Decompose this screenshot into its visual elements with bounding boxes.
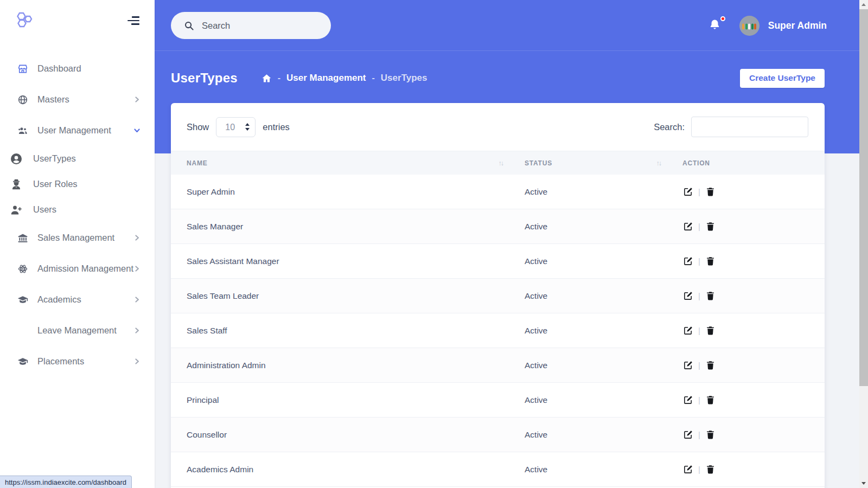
scrollbar-up-icon[interactable] (859, 0, 868, 9)
usertypes-card: Show 10 entries Search: NAME ↑↓ STATUS ↑… (171, 103, 825, 488)
show-label: Show (187, 122, 209, 132)
delete-icon[interactable] (705, 429, 716, 440)
sidebar-item-masters[interactable]: Masters (0, 84, 155, 115)
sidebar-item-leave-management[interactable]: Leave Management (0, 315, 155, 346)
table-row: Administration Admin Active | (171, 348, 825, 383)
row-actions: | (682, 186, 825, 197)
edit-icon[interactable] (682, 429, 694, 440)
sidebar-item-usertypes[interactable]: UserTypes (0, 146, 155, 171)
users-icon (17, 125, 28, 136)
topbar: Super Admin (155, 0, 859, 51)
store-icon (17, 63, 28, 74)
sidebar-item-label: Sales Management (37, 233, 114, 243)
sidebar-item-academics[interactable]: Academics (0, 284, 155, 315)
sidebar-item-label: UserTypes (33, 153, 76, 164)
action-separator: | (698, 222, 700, 231)
usertype-status: Active (525, 222, 682, 232)
delete-icon[interactable] (705, 394, 716, 406)
sort-icon: ↑↓ (656, 159, 661, 167)
sidebar-item-placements[interactable]: Placements (0, 346, 155, 377)
edit-icon[interactable] (682, 221, 694, 232)
sidebar-toggle-icon[interactable] (126, 16, 139, 25)
page-title: UserTypes (171, 70, 238, 86)
table-row: Sales Team Leader Active | (171, 279, 825, 313)
chevron-right-icon (133, 327, 141, 334)
entries-label: entries (263, 122, 290, 132)
brand-logo-icon[interactable] (15, 11, 37, 30)
notification-badge (720, 16, 725, 21)
sidebar: Dashboard Masters User Management UserTy… (0, 0, 155, 488)
action-separator: | (698, 256, 700, 266)
delete-icon[interactable] (705, 221, 716, 232)
action-separator: | (698, 361, 700, 370)
home-icon[interactable] (261, 73, 272, 84)
no-icon (17, 325, 28, 336)
bell-icon (709, 18, 721, 31)
sidebar-item-users[interactable]: Users (0, 197, 155, 222)
sidebar-item-dashboard[interactable]: Dashboard (0, 53, 155, 84)
table-search-input[interactable] (691, 117, 808, 137)
column-header-status[interactable]: STATUS ↑↓ (525, 151, 682, 175)
sidebar-item-user-roles[interactable]: User Roles (0, 171, 155, 197)
row-actions: | (682, 464, 825, 475)
chevron-right-icon (133, 358, 141, 365)
sidebar-item-label: Dashboard (37, 63, 81, 74)
global-search-input[interactable] (202, 21, 310, 31)
table-row: Counsellor Active | (171, 418, 825, 452)
notifications-button[interactable] (707, 17, 723, 34)
action-separator: | (698, 430, 700, 439)
delete-icon[interactable] (705, 359, 716, 371)
scrollbar-thumb[interactable] (859, 9, 868, 386)
create-usertype-button[interactable]: Create UserType (740, 69, 825, 88)
column-header-name[interactable]: NAME ↑↓ (171, 151, 525, 175)
user-plus-icon (10, 203, 23, 216)
sidebar-item-label: Academics (37, 294, 81, 305)
usertype-name: Sales Assistant Manager (171, 256, 525, 266)
usertypes-table-body: Super Admin Active | Sales Manager Activ… (171, 175, 825, 487)
sidebar-item-label: Leave Management (37, 325, 117, 336)
chevron-right-icon (133, 265, 141, 272)
sidebar-item-label: User Roles (33, 179, 78, 189)
page-size-select[interactable]: 10 (216, 117, 256, 137)
usertype-name: Sales Manager (171, 222, 525, 232)
usertype-status: Active (525, 326, 682, 336)
table-controls: Show 10 entries Search: (171, 103, 825, 151)
action-separator: | (698, 291, 700, 300)
sidebar-item-user-management[interactable]: User Management (0, 115, 155, 146)
usertype-name: Administration Admin (171, 361, 525, 370)
sidebar-item-sales-management[interactable]: Sales Management (0, 222, 155, 253)
graduation-cap-icon (17, 356, 28, 367)
breadcrumb-usertypes: UserTypes (381, 73, 427, 84)
user-menu[interactable]: Super Admin (768, 20, 827, 31)
breadcrumb-separator: - (278, 73, 280, 83)
edit-icon[interactable] (682, 464, 694, 475)
edit-icon[interactable] (682, 255, 694, 267)
usertype-name: Principal (171, 395, 525, 405)
table-search-label: Search: (654, 122, 685, 132)
edit-icon[interactable] (682, 186, 694, 197)
edit-icon[interactable] (682, 290, 694, 301)
usertype-name: Sales Team Leader (171, 291, 525, 301)
scrollbar-down-icon[interactable] (859, 479, 868, 488)
row-actions: | (682, 255, 825, 267)
breadcrumb-user-management[interactable]: User Management (286, 73, 366, 84)
row-actions: | (682, 429, 825, 440)
delete-icon[interactable] (705, 325, 716, 336)
delete-icon[interactable] (705, 255, 716, 267)
usertype-status: Active (525, 430, 682, 440)
delete-icon[interactable] (705, 464, 716, 475)
edit-icon[interactable] (682, 325, 694, 336)
table-row: Sales Staff Active | (171, 313, 825, 348)
chevron-down-icon (133, 127, 141, 134)
usertype-name: Counsellor (171, 430, 525, 440)
delete-icon[interactable] (705, 186, 716, 197)
sidebar-item-admission-management[interactable]: Admission Management (0, 253, 155, 284)
delete-icon[interactable] (705, 290, 716, 301)
sidebar-item-label: Masters (37, 94, 69, 105)
edit-icon[interactable] (682, 394, 694, 406)
link-preview-statusbar: https://issm.indiaexcite.com/dashboard (0, 476, 132, 488)
table-row: Super Admin Active | (171, 175, 825, 209)
edit-icon[interactable] (682, 359, 694, 371)
row-actions: | (682, 325, 825, 336)
user-avatar[interactable] (739, 16, 760, 36)
